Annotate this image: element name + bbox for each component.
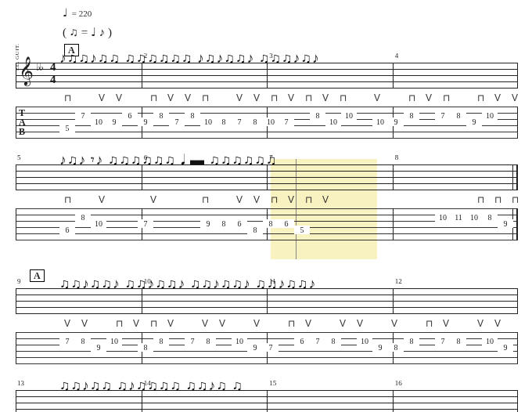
up-bow-icon: V — [111, 92, 128, 103]
up-bow-icon: V — [438, 318, 455, 329]
up-bow-icon: V — [421, 92, 438, 103]
up-bow-icon: V — [128, 318, 146, 329]
sheet-page: { "tempo": { "symbol": "♩", "equals": "=… — [0, 0, 532, 412]
notation-staff: 13 14 15 16 ♫♫♪♫♫ ♫♪♫♫♫♫ ♫♫♪♫ ♫ — [16, 390, 518, 412]
tempo-note-symbol: ♩ — [63, 7, 68, 19]
tempo-marking: ♩ = 220 — [63, 6, 92, 20]
up-bow-icon: V — [232, 194, 249, 205]
rehearsal-mark-a: A — [30, 269, 45, 282]
system-2: 5 6 7 8 ♪♫♪ 𝄾 ♪ ♫♫♫♫♫♫ ♩ ▬ ♫♫♫♫♫♫ ⊓VV⊓VV… — [16, 164, 518, 240]
down-bow-icon: ⊓ — [438, 92, 455, 103]
up-bow-icon: V — [94, 194, 111, 205]
tab-clef: T A B — [19, 108, 26, 136]
down-bow-icon: ⊓ — [197, 92, 214, 103]
up-bow-icon: V — [77, 318, 94, 329]
down-bow-icon: ⊓ — [146, 318, 163, 329]
bowing-row: ⊓VV⊓VV⊓VV⊓V⊓V⊓V⊓V⊓⊓VV⊓V⊓ — [16, 92, 518, 103]
down-bow-icon: ⊓ — [473, 194, 490, 205]
down-bow-icon: ⊓ — [111, 318, 128, 329]
up-bow-icon: V — [214, 318, 232, 329]
notation-staff: 5 6 7 8 ♪♫♪ 𝄾 ♪ ♫♫♫♫♫♫ ♩ ▬ ♫♫♫♫♫♫ — [16, 164, 518, 190]
down-bow-icon: ⊓ — [421, 318, 438, 329]
down-bow-icon: ⊓ — [266, 194, 283, 205]
down-bow-icon: ⊓ — [335, 92, 352, 103]
down-bow-icon: ⊓ — [404, 92, 421, 103]
up-bow-icon: V — [180, 92, 197, 103]
note-beams: ♫♫♪♫♫♪ ♫♫♪♫♫♪ ♫♫♪♫♫♪ ♫♫♪♫♫♪ — [59, 276, 513, 315]
fret-number: 5 — [59, 124, 75, 132]
up-bow-icon: V — [163, 92, 180, 103]
up-bow-icon: V — [94, 92, 111, 103]
measure-number: 5 — [17, 154, 21, 161]
time-signature: 4 4 — [50, 60, 56, 85]
up-bow-icon: V — [232, 92, 249, 103]
down-bow-icon: ⊓ — [146, 92, 163, 103]
down-bow-icon: ⊓ — [473, 92, 490, 103]
tab-string-4 — [59, 349, 513, 358]
down-bow-icon: ⊓ — [266, 92, 283, 103]
fret-number: 6 — [59, 226, 75, 234]
up-bow-icon: V — [473, 318, 490, 329]
down-bow-icon: ⊓ — [59, 92, 77, 103]
up-bow-icon: V — [146, 194, 163, 205]
notation-staff: 𝄞 ♭♭ 4 4 2 3 4 ♪♫♫♪♫♫ ♫♫♫♫♫♫ ♪♫♪♫♫♪ ♫♫♫♪… — [16, 63, 518, 88]
up-bow-icon: V — [507, 92, 518, 103]
tab-string-4: 5 — [59, 124, 513, 132]
notation-staff: 9 10 11 12 ♫♫♪♫♫♪ ♫♫♪♫♫♪ ♫♫♪♫♫♪ ♫♫♪♫♫♪ — [16, 288, 518, 313]
up-bow-icon: V — [249, 194, 266, 205]
system-4: 13 14 15 16 ♫♫♪♫♫ ♫♪♫♫♫♫ ♫♫♪♫ ♫ — [16, 390, 518, 412]
down-bow-icon: ⊓ — [490, 194, 507, 205]
down-bow-icon: ⊓ — [507, 194, 518, 205]
up-bow-icon: V — [163, 318, 180, 329]
system-3: 9 10 11 12 ♫♫♪♫♫♪ ♫♫♪♫♫♪ ♫♫♪♫♫♪ ♫♫♪♫♫♪ V… — [16, 288, 518, 363]
up-bow-icon: V — [283, 194, 300, 205]
down-bow-icon: ⊓ — [300, 92, 318, 103]
up-bow-icon: V — [249, 318, 266, 329]
tab-staff: 78108781067810878106 98979897 — [16, 332, 518, 363]
tab-string-4: 685 — [59, 226, 513, 234]
up-bow-icon: V — [318, 194, 335, 205]
up-bow-icon: V — [283, 92, 300, 103]
key-signature: ♭♭ — [36, 61, 42, 74]
system-1: EL. GUIT. 𝄞 ♭♭ 4 4 2 3 4 ♪♫♫♪♫♫ ♫♫♫♫♫♫ ♪… — [16, 63, 518, 138]
up-bow-icon: V — [490, 318, 507, 329]
note-beams: ♫♫♪♫♫ ♫♪♫♫♫♫ ♫♫♪♫ ♫ — [59, 378, 513, 412]
up-bow-icon: V — [318, 92, 335, 103]
bowing-row: ⊓VV⊓VV⊓V⊓V⊓⊓⊓VVVV — [16, 194, 518, 205]
up-bow-icon: V — [386, 318, 404, 329]
swing-indication: ( ♫ = ♩ ♪ ) — [63, 25, 112, 39]
measure-number: 9 — [17, 277, 21, 285]
up-bow-icon: V — [352, 318, 369, 329]
tab-staff: T A B 76888108781097 1099710878107101099… — [16, 107, 518, 138]
up-bow-icon: V — [300, 318, 318, 329]
fret-number: 5 — [294, 226, 310, 234]
note-beams: ♪♫♫♪♫♫ ♫♫♫♫♫♫ ♪♫♪♫♫♪ ♫♫♫♪♫♪ — [59, 50, 513, 89]
fret-number: 8 — [247, 226, 263, 234]
down-bow-icon: ⊓ — [59, 194, 77, 205]
up-bow-icon: V — [369, 92, 386, 103]
measure-number: 13 — [17, 379, 24, 387]
up-bow-icon: V — [59, 318, 77, 329]
up-bow-icon: V — [490, 92, 507, 103]
bowing-row: VV⊓V⊓VVVV⊓VVVV⊓VVVV⊓V — [16, 318, 518, 329]
up-bow-icon: V — [249, 92, 266, 103]
treble-clef: 𝄞 — [19, 58, 34, 83]
up-bow-icon: V — [335, 318, 352, 329]
note-beams: ♪♫♪ 𝄾 ♪ ♫♫♫♫♫♫ ♩ ▬ ♫♫♫♫♫♫ — [59, 152, 513, 191]
down-bow-icon: ⊓ — [283, 318, 300, 329]
down-bow-icon: ⊓ — [197, 194, 214, 205]
tempo-bpm: 220 — [79, 9, 92, 18]
up-bow-icon: V — [197, 318, 214, 329]
tab-staff: 81011108810 1079868697 685 — [16, 208, 518, 240]
down-bow-icon: ⊓ — [300, 194, 318, 205]
